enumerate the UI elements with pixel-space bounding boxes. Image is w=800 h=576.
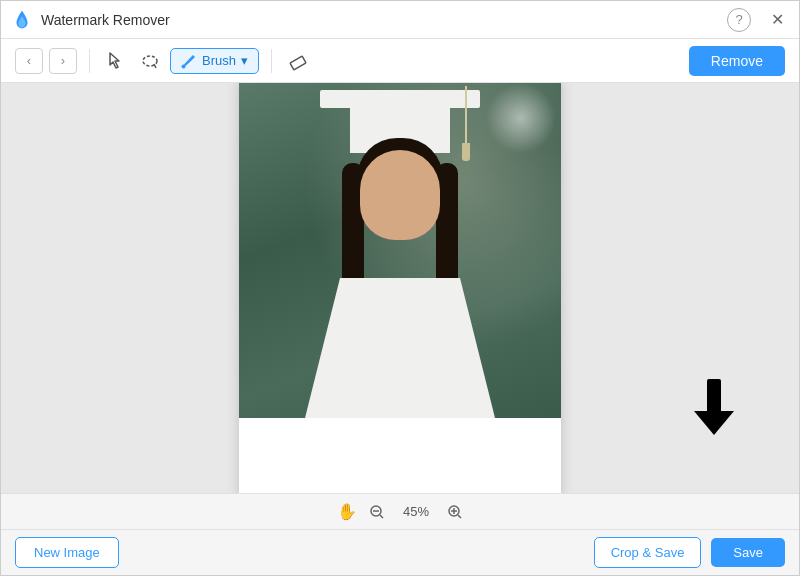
zoom-in-button[interactable]	[447, 504, 463, 520]
svg-rect-4	[707, 379, 721, 413]
svg-line-12	[458, 515, 461, 518]
graduation-gown	[300, 278, 500, 418]
brush-dropdown-icon: ▾	[241, 53, 248, 68]
selection-tool-button[interactable]	[102, 47, 130, 75]
eraser-tool-button[interactable]	[284, 47, 312, 75]
title-bar: Watermark Remover ? ✕	[1, 1, 799, 39]
lasso-icon	[140, 51, 160, 71]
help-button[interactable]: ?	[727, 8, 751, 32]
toolbar-separator-2	[271, 49, 272, 73]
zoom-toolbar: ✋ 45%	[1, 493, 799, 529]
white-bottom-area	[239, 418, 561, 493]
arrow-indicator	[689, 377, 739, 437]
svg-line-8	[380, 515, 383, 518]
hand-icon: ✋	[337, 502, 357, 521]
zoom-in-icon	[447, 504, 463, 520]
crop-save-button[interactable]: Crop & Save	[594, 537, 702, 568]
footer-toolbar: New Image Crop & Save Save	[1, 529, 799, 575]
undo-button[interactable]: ‹	[15, 48, 43, 74]
brush-tool-button[interactable]: Brush ▾	[170, 48, 259, 74]
photo-area	[239, 83, 561, 418]
toolbar-separator-1	[89, 49, 90, 73]
hand-tool-button[interactable]: ✋	[337, 502, 357, 521]
svg-point-2	[182, 64, 186, 68]
down-arrow-icon	[689, 377, 739, 437]
selection-icon	[106, 51, 126, 71]
title-left: Watermark Remover	[11, 9, 170, 31]
redo-button[interactable]: ›	[49, 48, 77, 74]
main-canvas-area	[1, 83, 799, 493]
new-image-button[interactable]: New Image	[15, 537, 119, 568]
close-button[interactable]: ✕	[765, 8, 789, 32]
svg-line-1	[154, 64, 156, 68]
title-controls: ? ✕	[727, 8, 789, 32]
app-logo-icon	[11, 9, 33, 31]
zoom-out-icon	[369, 504, 385, 520]
svg-marker-5	[694, 411, 734, 435]
toolbar: ‹ › Brush ▾ Remove	[1, 39, 799, 83]
tassel-end	[462, 143, 470, 161]
brush-icon	[181, 53, 197, 69]
graduation-figure	[280, 83, 520, 418]
face	[360, 150, 440, 240]
brush-label: Brush	[202, 53, 236, 68]
footer-right-actions: Crop & Save Save	[594, 537, 785, 568]
zoom-level-display: 45%	[397, 504, 435, 519]
zoom-out-button[interactable]	[369, 504, 385, 520]
svg-rect-3	[290, 56, 306, 70]
eraser-icon	[288, 51, 308, 71]
remove-button[interactable]: Remove	[689, 46, 785, 76]
image-container	[239, 83, 561, 493]
lasso-tool-button[interactable]	[136, 47, 164, 75]
save-button[interactable]: Save	[711, 538, 785, 567]
app-title: Watermark Remover	[41, 12, 170, 28]
tassel-string	[465, 86, 467, 146]
